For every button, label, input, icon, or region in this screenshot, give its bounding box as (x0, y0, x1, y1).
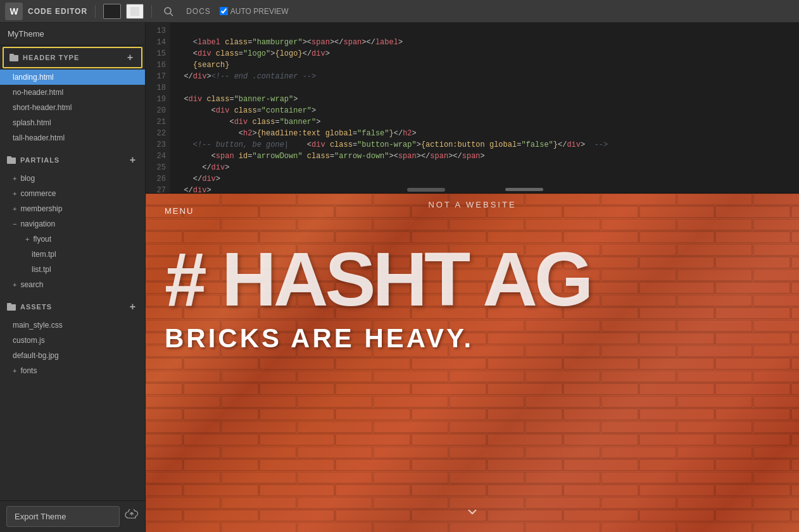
partials-section[interactable]: PARTIALS + (0, 149, 145, 171)
partial-fonts[interactable]: + fonts (0, 363, 145, 378)
sidebar-file-short-header[interactable]: short-header.html (0, 100, 145, 115)
line-numbers: 13 14 15 16 17 18 19 20 21 22 23 24 25 2… (146, 23, 170, 193)
header-section-label: HEADER TYPE (23, 54, 79, 61)
navigation-collapse-icon: − (13, 220, 16, 228)
partials-add-btn[interactable]: + (127, 154, 139, 166)
assets-icon (6, 302, 16, 312)
app-title: CODE EDITOR (28, 7, 87, 16)
partial-flyout-label: flyout (33, 235, 51, 244)
asset-custom-js[interactable]: custom.js (0, 333, 145, 348)
assets-add-btn[interactable]: + (127, 301, 139, 312)
assets-section[interactable]: ASSETS + (0, 296, 145, 318)
right-panel: 13 14 15 16 17 18 19 20 21 22 23 24 25 2… (146, 23, 799, 532)
sidebar-file-landing[interactable]: landing.html (0, 70, 145, 85)
preview-arrow-down (465, 504, 480, 523)
auto-preview-label[interactable]: AUTO PREVIEW (220, 7, 289, 16)
partial-membership-label: membership (20, 204, 62, 213)
preview-menu-label: MENU (165, 206, 194, 216)
file-folder-icon (9, 53, 18, 62)
toolbar-separator-2 (151, 5, 152, 18)
sidebar-content: HEADER TYPE + landing.html no-header.htm… (0, 46, 145, 500)
sidebar-file-no-header[interactable]: no-header.html (0, 85, 145, 100)
partial-blog[interactable]: + blog (0, 171, 145, 186)
nav-file-list[interactable]: list.tpl (0, 262, 145, 277)
search-icon (163, 6, 173, 16)
export-theme-btn[interactable]: Export Theme (6, 506, 120, 527)
asset-default-bg[interactable]: default-bg.jpg (0, 348, 145, 363)
partials-label: PARTIALS (20, 156, 60, 164)
scrollbar-thumb (505, 188, 543, 191)
main-area: MyTheme HEADER TYPE + landing.html no-he… (0, 23, 799, 532)
svg-rect-7 (7, 156, 11, 159)
toolbar: W CODE EDITOR DOCS AUTO PREVIEW (0, 0, 799, 23)
app-logo: W (5, 3, 23, 20)
svg-rect-9 (7, 303, 11, 306)
auto-preview-text: AUTO PREVIEW (230, 7, 289, 16)
partial-search-label: search (20, 280, 43, 289)
partials-icon (6, 155, 16, 165)
chevron-down-icon (465, 504, 480, 519)
partial-navigation-label: navigation (20, 220, 55, 228)
header-type-section[interactable]: HEADER TYPE + (3, 47, 142, 68)
toolbar-search-btn[interactable] (160, 3, 177, 20)
toolbar-dark-mode-btn[interactable] (103, 4, 121, 19)
partial-navigation[interactable]: − navigation (0, 216, 145, 232)
svg-rect-1 (130, 7, 139, 16)
partial-search[interactable]: + search (0, 277, 145, 292)
cloud-icon (125, 509, 139, 521)
sidebar-file-splash[interactable]: splash.html (0, 115, 145, 130)
svg-point-2 (165, 8, 171, 14)
logo-w: W (9, 6, 18, 16)
preview-area: MENU NOT A WEBSITE # HASHT AG BRICKS ARE… (146, 194, 799, 532)
preview-tagline: NOT A WEBSITE (428, 200, 516, 209)
square-icon (108, 7, 116, 16)
partial-commerce[interactable]: + commerce (0, 186, 145, 201)
preview-header: MENU NOT A WEBSITE (146, 194, 799, 228)
search-expand-icon: + (13, 281, 16, 288)
toolbar-light-mode-btn[interactable] (126, 4, 144, 19)
assets-label: ASSETS (20, 303, 52, 311)
sidebar: MyTheme HEADER TYPE + landing.html no-he… (0, 23, 146, 532)
fonts-expand-icon: + (13, 367, 16, 374)
toolbar-separator (95, 5, 96, 18)
auto-preview-checkbox[interactable] (220, 7, 228, 15)
white-square-icon (130, 7, 139, 16)
sidebar-footer: Export Theme (0, 500, 145, 532)
partial-commerce-label: commerce (20, 189, 56, 198)
nav-file-item[interactable]: item.tpl (0, 247, 145, 262)
code-content[interactable]: <label class="hamburger"><span></span></… (170, 23, 799, 193)
asset-main-style[interactable]: main_style.css (0, 318, 145, 333)
docs-link[interactable]: DOCS (182, 6, 215, 17)
preview-hashtag: # HASHT AG (146, 228, 799, 317)
assets-folder-icon (7, 302, 16, 311)
header-add-btn[interactable]: + (125, 52, 136, 63)
partial-flyout[interactable]: + flyout (0, 232, 145, 247)
header-section-icon (9, 53, 19, 63)
theme-name: MyTheme (0, 23, 145, 46)
partial-membership[interactable]: + membership (0, 201, 145, 216)
svg-rect-5 (9, 54, 14, 56)
partials-folder-icon (7, 156, 16, 164)
sidebar-file-tall-header[interactable]: tall-header.html (0, 130, 145, 145)
membership-expand-icon: + (13, 205, 16, 213)
blog-expand-icon: + (13, 175, 16, 182)
flyout-expand-icon: + (25, 235, 29, 243)
code-editor[interactable]: 13 14 15 16 17 18 19 20 21 22 23 24 25 2… (146, 23, 799, 194)
svg-line-3 (170, 13, 173, 16)
svg-rect-0 (108, 7, 116, 16)
commerce-expand-icon: + (13, 190, 16, 197)
partial-blog-label: blog (20, 174, 35, 183)
partial-fonts-label: fonts (20, 366, 37, 375)
preview-subtitle: BRICKS ARE HEAVY. (146, 317, 799, 366)
cloud-upload-icon[interactable] (125, 509, 139, 524)
brick-background: MENU NOT A WEBSITE # HASHT AG BRICKS ARE… (146, 194, 799, 532)
